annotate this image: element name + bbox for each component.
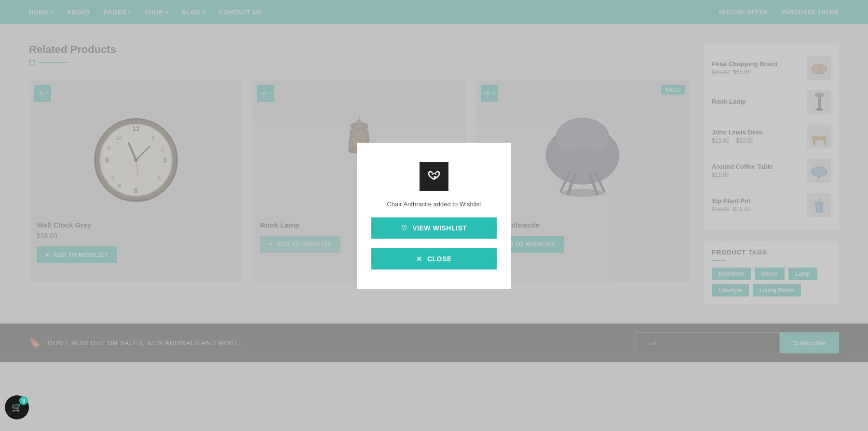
view-wishlist-label: View Wishlist [412,224,467,232]
cart-badge[interactable]: 🛒 3 [5,395,29,419]
view-wishlist-button[interactable]: ♡ View Wishlist [371,217,497,239]
close-modal-button[interactable]: ✕ Close [371,248,497,269]
close-icon: ✕ [416,255,422,263]
modal-box: Chair Anthracite added to Wishlist ♡ Vie… [357,143,511,289]
cart-count: 3 [19,396,28,405]
modal-overlay: Chair Anthracite added to Wishlist ♡ Vie… [0,0,868,431]
close-label: Close [427,255,452,263]
modal-icon-box [420,162,448,191]
heart-icon-modal: ♡ [401,224,408,232]
modal-message: Chair Anthracite added to Wishlist [387,201,481,208]
